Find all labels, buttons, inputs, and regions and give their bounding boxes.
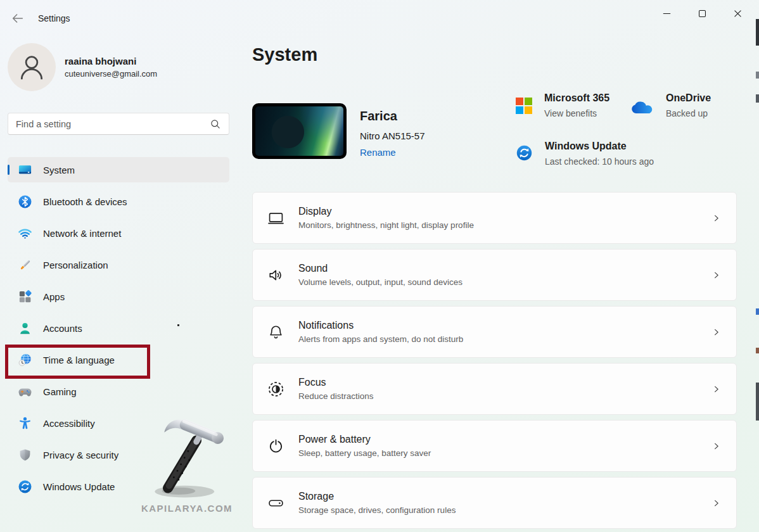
background-window-sliver: [756, 383, 759, 421]
sidebar-item-accounts[interactable]: Accounts: [8, 315, 229, 341]
chevron-right-icon: [711, 327, 721, 337]
chevron-right-icon: [711, 270, 721, 280]
minimize-icon: [661, 8, 672, 19]
device-name: Farica: [360, 109, 425, 124]
device-thumbnail: [252, 103, 347, 159]
settings-row-title: Notifications: [298, 320, 711, 331]
user-profile[interactable]: raaina bhojwani cuteuniverse@gmail.com: [8, 43, 157, 91]
sidebar-item-personalization[interactable]: Personalization: [8, 252, 229, 277]
chevron-right-icon: [711, 498, 721, 508]
device-wallpaper: [255, 106, 343, 156]
windows-update-card[interactable]: Windows Update Last checked: 10 hours ag…: [516, 141, 654, 167]
window-controls: [649, 0, 755, 27]
onedrive-icon: [631, 100, 654, 115]
hammer-icon: [139, 410, 234, 500]
sidebar-item-label: Apps: [43, 291, 65, 302]
device-card: Farica Nitro AN515-57 Rename: [252, 103, 425, 159]
gamepad-icon: [18, 384, 32, 399]
sidebar-item-gaming[interactable]: Gaming: [8, 379, 229, 404]
back-button[interactable]: [9, 10, 27, 27]
settings-row-title: Focus: [298, 377, 711, 388]
sidebar-item-label: Privacy & security: [43, 450, 118, 460]
settings-row-subtitle: Monitors, brightness, night light, displ…: [298, 220, 711, 230]
shield-icon: [18, 448, 32, 462]
accounts-icon: [18, 321, 32, 336]
maximize-button[interactable]: [684, 0, 720, 27]
paintbrush-icon: [18, 258, 32, 272]
settings-row-subtitle: Reduce distractions: [298, 391, 711, 401]
maximize-icon: [697, 8, 708, 19]
page-title: System: [252, 44, 317, 65]
chevron-right-icon: [711, 213, 721, 223]
microsoft-365-card[interactable]: Microsoft 365 View benefits: [516, 92, 609, 118]
storage-icon: [253, 495, 298, 512]
notifications-bell-icon: [253, 324, 298, 341]
background-window-sliver: [756, 348, 759, 353]
minimize-button[interactable]: [649, 0, 684, 27]
settings-row-title: Display: [298, 206, 711, 217]
windows-update-status-icon: [516, 144, 533, 162]
background-window-sliver: [756, 19, 759, 46]
onedrive-card[interactable]: OneDrive Backed up: [631, 92, 711, 118]
sidebar-item-label: Personalization: [43, 260, 108, 270]
settings-row-subtitle: Sleep, battery usage, battery saver: [298, 448, 711, 458]
power-icon: [253, 438, 298, 455]
status-subtitle: Backed up: [666, 108, 711, 118]
device-model: Nitro AN515-57: [360, 130, 425, 141]
artifact-dot: [177, 324, 179, 326]
settings-row-power-battery[interactable]: Power & battery Sleep, battery usage, ba…: [252, 420, 737, 472]
status-title: OneDrive: [666, 92, 711, 104]
avatar: [8, 43, 56, 91]
settings-row-notifications[interactable]: Notifications Alerts from apps and syste…: [252, 306, 737, 358]
settings-row-title: Sound: [298, 263, 711, 274]
watermark: KAPILARYA.COM: [132, 410, 242, 514]
sound-icon: [253, 267, 298, 284]
watermark-text: KAPILARYA.COM: [132, 503, 242, 514]
settings-list: Display Monitors, brightness, night ligh…: [252, 192, 737, 532]
wifi-icon: [18, 226, 32, 241]
background-window-sliver: [756, 308, 759, 315]
close-button[interactable]: [720, 0, 755, 27]
window-title: Settings: [38, 13, 70, 23]
profile-name: raaina bhojwani: [65, 56, 157, 66]
sidebar-item-network-internet[interactable]: Network & internet: [8, 220, 229, 246]
status-subtitle: Last checked: 10 hours ago: [545, 156, 654, 167]
sidebar-item-label: Bluetooth & devices: [43, 196, 127, 207]
selected-accent-pill: [8, 165, 10, 175]
accessibility-icon: [18, 416, 32, 431]
background-window-sliver: [756, 72, 759, 79]
settings-row-subtitle: Volume levels, output, input, sound devi…: [298, 277, 711, 287]
system-icon: [18, 163, 32, 177]
microsoft-365-icon: [516, 98, 532, 114]
windows-update-icon: [18, 479, 32, 494]
time-language-icon: [18, 353, 32, 367]
sidebar-item-label: Accounts: [43, 323, 82, 334]
sidebar-item-bluetooth-devices[interactable]: Bluetooth & devices: [8, 189, 229, 214]
focus-icon: [253, 381, 298, 398]
display-icon: [253, 210, 298, 227]
search-box: [8, 113, 229, 135]
view-benefits-link[interactable]: View benefits: [544, 108, 609, 118]
settings-row-sound[interactable]: Sound Volume levels, output, input, soun…: [252, 249, 737, 301]
sidebar-item-system[interactable]: System: [8, 157, 229, 182]
sidebar-item-label: Windows Update: [43, 481, 115, 492]
status-title: Windows Update: [545, 141, 654, 152]
rename-link[interactable]: Rename: [360, 147, 396, 158]
sidebar-item-label: System: [43, 165, 75, 175]
sidebar-item-apps[interactable]: Apps: [8, 284, 229, 309]
sidebar-item-label: Gaming: [43, 386, 77, 397]
settings-row-display[interactable]: Display Monitors, brightness, night ligh…: [252, 192, 737, 244]
settings-row-title: Power & battery: [298, 434, 711, 445]
chevron-right-icon: [711, 384, 721, 394]
profile-email: cuteuniverse@gmail.com: [65, 69, 157, 79]
settings-row-subtitle: Alerts from apps and system, do not dist…: [298, 334, 711, 344]
sidebar-item-time-language[interactable]: Time & language: [8, 347, 229, 372]
search-input[interactable]: [8, 119, 210, 129]
status-title: Microsoft 365: [544, 92, 609, 104]
search-icon: [210, 118, 221, 130]
settings-row-storage[interactable]: Storage Storage space, drives, configura…: [252, 477, 737, 529]
background-window-sliver: [756, 94, 759, 103]
settings-row-focus[interactable]: Focus Reduce distractions: [252, 363, 737, 415]
back-arrow-icon: [11, 11, 25, 25]
sidebar-item-label: Time & language: [43, 355, 115, 365]
